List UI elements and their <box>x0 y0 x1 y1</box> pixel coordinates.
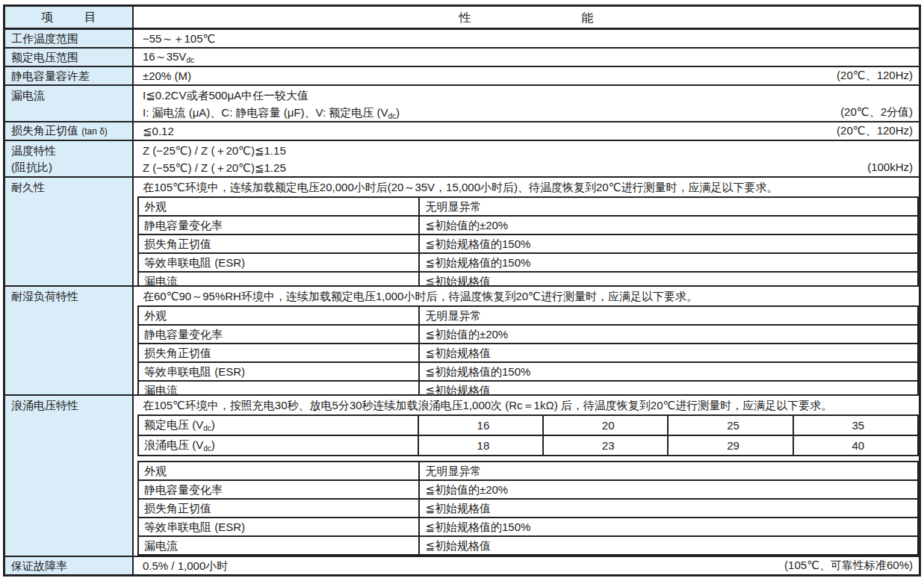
row-rated-voltage-value: 16～35Vdc <box>134 49 919 67</box>
row-tan-delta-value: ≦0.12 (20℃、120Hz) <box>134 122 919 141</box>
table-row: 等效串联电阻 (ESR)≦初始规格值的150% <box>138 518 918 536</box>
spacer <box>134 456 919 460</box>
condition-note: (100kHz) <box>867 159 913 175</box>
header-item-label: 项目 <box>10 9 128 25</box>
row-operating-temp-label: 工作温度范围 <box>5 30 134 49</box>
table-row: 额定电压 (Vdc) 16 20 25 35 <box>138 415 918 435</box>
row-failure-rate-value: 0.5% / 1,000小时 (105℃、可靠性标准60%) <box>134 557 919 574</box>
table-row: 漏电流≦初始规格值 <box>138 272 918 287</box>
row-operating-temp-value: −55～＋105℃ <box>134 30 919 49</box>
table-row: 外观无明显异常 <box>138 306 918 325</box>
surge-criteria-table: 外观无明显异常 静电容量变化率≦初始值的±20% 损失角正切值≦初始规格值 等效… <box>137 461 919 556</box>
row-endurance-label: 耐久性 <box>5 178 134 287</box>
row-leakage-current-value: I≦0.2CV或者500μA中任一较大值 I: 漏电流 (μA)、C: 静电容量… <box>134 86 919 122</box>
vdc-subscript: dc <box>186 56 194 64</box>
table-row: 等效串联电阻 (ESR)≦初始规格值的150% <box>138 362 918 381</box>
table-row: 浪涌电压 (Vdc) 18 23 29 40 <box>138 435 918 456</box>
table-row: 静电容量变化率≦初始值的±20% <box>138 216 918 234</box>
table-row: 损失角正切值≦初始规格值 <box>138 499 918 518</box>
header-performance-cell: 性能 <box>134 7 919 30</box>
condition-note: (20℃、120Hz) <box>837 122 913 139</box>
row-failure-rate-label: 保证故障率 <box>5 557 134 574</box>
table-row: 外观无明显异常 <box>138 197 918 216</box>
table-row: 等效串联电阻 (ESR)≦初始规格值的150% <box>138 253 918 272</box>
header-performance-label: 性能 <box>349 9 704 26</box>
row-rated-voltage-label: 额定电压范围 <box>5 49 134 67</box>
condition-note: (20℃、2分值) <box>840 104 913 120</box>
row-temp-characteristics-label: 温度特性 (阻抗比) <box>5 141 134 178</box>
endurance-description: 在105℃环境中，连续加载额定电压20,000小时后(20～35V，15,000… <box>134 178 919 196</box>
header-item-cell: 项目 <box>5 7 134 30</box>
endurance-criteria-table: 外观无明显异常 静电容量变化率≦初始值的±20% 损失角正切值≦初始规格值的15… <box>137 196 919 287</box>
row-humidity-load-value: 在60℃90～95%RH环境中，连续加载额定电压1,000小时后，待温度恢复到2… <box>134 287 919 396</box>
table-row: 静电容量变化率≦初始值的±20% <box>138 480 918 499</box>
table-row: 损失角正切值≦初始规格值 <box>138 344 918 362</box>
row-tan-delta-label: 损失角正切值 (tan δ) <box>5 122 134 141</box>
spec-table: 项目 性能 工作温度范围 −55～＋105℃ 额定电压范围 16～35Vdc 静… <box>3 4 921 577</box>
row-leakage-current-label: 漏电流 <box>5 86 134 122</box>
condition-note: (105℃、可靠性标准60%) <box>784 557 913 574</box>
row-capacitance-tolerance-label: 静电容量容许差 <box>5 67 134 86</box>
row-capacitance-tolerance-value: ±20% (M) (20℃、120Hz) <box>134 67 919 86</box>
condition-note: (20℃、120Hz) <box>837 67 913 84</box>
vdc-subscript: dc <box>203 424 211 432</box>
row-temp-characteristics-value: Z (−25℃) / Z (＋20℃)≦1.15 Z (−55℃) / Z (＋… <box>134 141 919 178</box>
row-humidity-load-label: 耐湿负荷特性 <box>5 287 134 396</box>
table-row: 静电容量变化率≦初始值的±20% <box>138 325 918 344</box>
table-row: 损失角正切值≦初始规格值的150% <box>138 234 918 253</box>
vdc-subscript: dc <box>388 112 396 120</box>
table-row: 外观无明显异常 <box>138 462 918 480</box>
surge-description: 在105℃环境中，按照充电30秒、放电5分30秒连续加载浪涌电压1,000次 (… <box>134 397 919 414</box>
row-surge-voltage-label: 浪涌电压特性 <box>5 396 134 557</box>
table-row: 漏电流≦初始规格值 <box>138 381 918 396</box>
humidity-criteria-table: 外观无明显异常 静电容量变化率≦初始值的±20% 损失角正切值≦初始规格值 等效… <box>137 305 919 396</box>
row-endurance-value: 在105℃环境中，连续加载额定电压20,000小时后(20～35V，15,000… <box>134 178 919 287</box>
vdc-subscript: dc <box>203 444 211 453</box>
humidity-description: 在60℃90～95%RH环境中，连续加载额定电压1,000小时后，待温度恢复到2… <box>134 288 919 305</box>
surge-voltage-table: 额定电压 (Vdc) 16 20 25 35 浪涌电压 (Vdc) 18 23 … <box>137 414 919 456</box>
row-surge-voltage-value: 在105℃环境中，按照充电30秒、放电5分30秒连续加载浪涌电压1,000次 (… <box>134 396 919 557</box>
table-row: 漏电流≦初始规格值 <box>138 536 918 555</box>
